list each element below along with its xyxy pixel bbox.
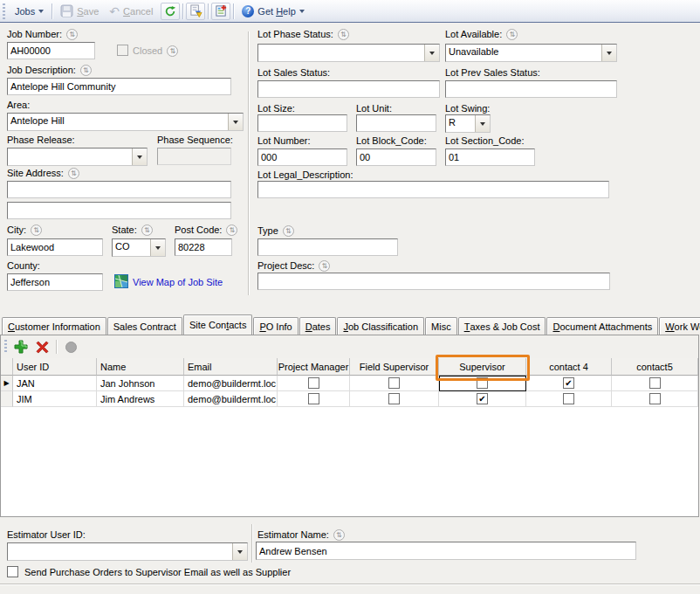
supervisor-checkbox[interactable] bbox=[477, 377, 488, 389]
cancel-button[interactable]: ↶ Cancel bbox=[104, 3, 158, 19]
lot-swing-select[interactable]: R bbox=[445, 114, 491, 133]
lot-sales-status-input[interactable] bbox=[257, 80, 440, 98]
grid-cell-project-manager[interactable] bbox=[278, 376, 350, 391]
dropdown-arrow-icon[interactable] bbox=[228, 114, 243, 130]
get-help-button[interactable]: ? Get Help bbox=[237, 3, 309, 20]
contact-4-checkbox[interactable] bbox=[563, 393, 574, 404]
grid-cell-supervisor[interactable]: ✔ bbox=[439, 391, 526, 407]
sync-icon[interactable]: ⇅ bbox=[141, 224, 153, 236]
grid-cell-contact-4[interactable]: ✔ bbox=[526, 376, 612, 391]
sync-icon[interactable]: ⇅ bbox=[68, 168, 79, 179]
delete-row-button[interactable] bbox=[33, 338, 51, 356]
dropdown-arrow-icon[interactable] bbox=[601, 45, 616, 61]
state-select[interactable]: CO bbox=[112, 238, 166, 257]
grid-toolbar-grip[interactable] bbox=[4, 340, 7, 354]
grid-cell-email[interactable]: demo@buildermt.loc bbox=[184, 376, 278, 391]
grid-cell-email[interactable]: demo@buildermt.loc bbox=[184, 391, 278, 407]
field-supervisor-checkbox[interactable] bbox=[388, 377, 400, 389]
grid-cell-contact5[interactable] bbox=[612, 391, 698, 407]
sync-icon[interactable]: ⇅ bbox=[333, 529, 345, 541]
tab-work-week[interactable]: Work Week bbox=[659, 317, 700, 335]
grid-cell-project-manager[interactable] bbox=[278, 391, 350, 407]
sync-icon[interactable]: ⇅ bbox=[506, 29, 518, 40]
grid-column-header-project-manager[interactable]: Project Manager bbox=[278, 358, 350, 376]
sync-icon[interactable]: ⇅ bbox=[338, 29, 349, 40]
sync-icon[interactable]: ⇅ bbox=[31, 224, 42, 236]
sync-icon[interactable]: ⇅ bbox=[167, 45, 178, 57]
estimator-name-input[interactable] bbox=[256, 542, 636, 560]
row-selector[interactable] bbox=[1, 391, 13, 407]
tab-customer-information[interactable]: Customer Information bbox=[2, 317, 106, 335]
dropdown-arrow-icon[interactable] bbox=[475, 115, 490, 132]
post-code-input[interactable] bbox=[175, 238, 232, 256]
dropdown-arrow-icon[interactable] bbox=[232, 543, 247, 560]
contact-4-checkbox[interactable]: ✔ bbox=[563, 377, 574, 389]
project-manager-checkbox[interactable] bbox=[308, 393, 319, 404]
grid-column-header-supervisor[interactable]: Supervisor bbox=[439, 358, 526, 376]
send-po-checkbox[interactable] bbox=[7, 566, 18, 577]
grid-column-header-contact5[interactable]: contact5 bbox=[612, 358, 698, 376]
city-input[interactable] bbox=[7, 238, 103, 256]
site-address-line2-input[interactable] bbox=[7, 202, 231, 219]
sync-icon[interactable]: ⇅ bbox=[226, 224, 237, 236]
county-input[interactable] bbox=[7, 273, 103, 291]
dropdown-arrow-icon[interactable] bbox=[150, 239, 165, 256]
record-indicator-button[interactable] bbox=[62, 338, 79, 356]
jobs-menu-button[interactable]: Jobs bbox=[10, 3, 49, 19]
tab-po-info[interactable]: PO Info bbox=[253, 317, 298, 335]
dropdown-arrow-icon[interactable] bbox=[132, 148, 147, 165]
lot-available-select[interactable]: Unavailable bbox=[445, 44, 617, 62]
tab-dates[interactable]: Dates bbox=[299, 317, 337, 335]
field-supervisor-checkbox[interactable] bbox=[388, 393, 400, 404]
job-number-input[interactable] bbox=[7, 42, 95, 59]
tab-site-contacts[interactable]: Site Contacts bbox=[183, 314, 252, 335]
tab-taxes-job-cost[interactable]: Taxes & Job Cost bbox=[458, 317, 546, 335]
type-input[interactable] bbox=[257, 238, 398, 256]
tab-sales-contract[interactable]: Sales Contract bbox=[107, 317, 182, 335]
job-description-input[interactable] bbox=[7, 78, 231, 95]
grid-cell-user-id[interactable]: JIM bbox=[13, 391, 97, 407]
closed-checkbox[interactable] bbox=[117, 45, 128, 56]
export-button[interactable] bbox=[186, 3, 205, 20]
supervisor-checkbox[interactable]: ✔ bbox=[477, 393, 488, 404]
phase-release-select[interactable] bbox=[7, 148, 148, 166]
lot-number-input[interactable] bbox=[257, 148, 347, 166]
dropdown-arrow-icon[interactable] bbox=[424, 45, 439, 61]
lot-legal-description-input[interactable] bbox=[257, 181, 609, 198]
contact5-checkbox[interactable] bbox=[649, 393, 661, 404]
grid-column-header-email[interactable]: Email bbox=[184, 358, 278, 376]
estimator-user-id-select[interactable] bbox=[7, 542, 248, 561]
grid-cell-name[interactable]: Jan Johnson bbox=[97, 376, 184, 391]
view-map-link[interactable]: View Map of Job Site bbox=[133, 277, 223, 287]
grid-cell-name[interactable]: Jim Andrews bbox=[97, 391, 184, 407]
add-row-button[interactable] bbox=[12, 338, 30, 356]
area-select[interactable]: Antelope Hill bbox=[7, 113, 244, 131]
lot-phase-status-select[interactable] bbox=[257, 44, 440, 62]
grid-column-header-field-supervisor[interactable]: Field Supervisor bbox=[350, 358, 439, 376]
grid-cell-supervisor[interactable] bbox=[439, 376, 526, 391]
lot-section-code-input[interactable] bbox=[445, 148, 535, 166]
refresh-button[interactable] bbox=[161, 3, 180, 20]
grid-cell-contact5[interactable] bbox=[612, 376, 698, 391]
project-desc-input[interactable] bbox=[257, 273, 610, 290]
sync-icon[interactable]: ⇅ bbox=[319, 260, 330, 272]
grid-cell-user-id[interactable]: JAN bbox=[13, 376, 97, 391]
lot-size-input[interactable] bbox=[257, 114, 347, 132]
grid-column-header-user-id[interactable]: User ID bbox=[13, 358, 97, 376]
tab-misc[interactable]: Misc bbox=[425, 317, 457, 335]
project-manager-checkbox[interactable] bbox=[308, 377, 319, 389]
report-button[interactable] bbox=[211, 3, 230, 20]
grid-cell-field-supervisor[interactable] bbox=[350, 376, 439, 391]
map-icon[interactable] bbox=[114, 274, 128, 288]
sync-icon[interactable]: ⇅ bbox=[66, 29, 78, 40]
sync-icon[interactable]: ⇅ bbox=[283, 225, 294, 237]
tab-document-attachments[interactable]: Document Attachments bbox=[546, 317, 658, 335]
grid-cell-field-supervisor[interactable] bbox=[350, 391, 439, 407]
toolbar-grip[interactable] bbox=[3, 3, 5, 19]
lot-block-code-input[interactable] bbox=[356, 148, 436, 166]
lot-unit-input[interactable] bbox=[356, 114, 436, 132]
grid-selector-header[interactable] bbox=[1, 358, 13, 376]
row-selector[interactable]: ▶ bbox=[1, 376, 13, 391]
save-button[interactable]: Save bbox=[55, 2, 104, 20]
contact5-checkbox[interactable] bbox=[649, 377, 661, 389]
